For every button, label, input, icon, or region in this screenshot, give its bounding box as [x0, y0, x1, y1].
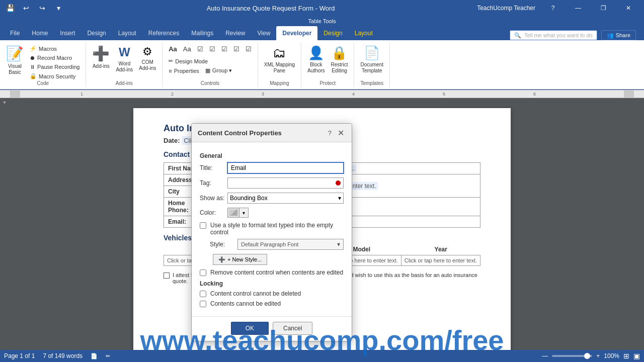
restrict-editing-button[interactable]: 🔒 RestrictEditing — [329, 44, 350, 75]
dialog-help-icon[interactable]: ? — [328, 129, 332, 137]
customize-icon[interactable]: ▾ — [52, 2, 64, 14]
pause-recording-label: Pause Recording — [37, 64, 79, 70]
tab-view[interactable]: View — [252, 26, 277, 40]
tag-row: Tag: — [200, 177, 344, 189]
tag-error-indicator — [336, 180, 341, 186]
style-select[interactable]: Default Paragraph Font ▾ — [237, 239, 344, 250]
ruler-margin-left — [10, 90, 20, 98]
save-icon[interactable]: 💾 — [4, 2, 16, 14]
tab-references[interactable]: References — [142, 26, 185, 40]
properties-icon: ≡ — [169, 68, 172, 74]
attest-checkbox[interactable] — [164, 273, 170, 279]
title-input[interactable] — [227, 162, 344, 173]
show-as-select[interactable]: Bounding Box ▾ — [227, 193, 344, 204]
tab-insert[interactable]: Insert — [54, 26, 81, 40]
tab-layout[interactable]: Layout — [112, 26, 142, 40]
title-row: Title: — [200, 162, 344, 173]
checkbox2-btn[interactable]: ☑ — [207, 44, 217, 54]
addins-group-content: ➕ Add-ins W WordAdd-ins ⚙ COMAdd-ins — [90, 42, 158, 80]
color-label: Color: — [200, 209, 227, 216]
tell-me-box[interactable]: 🔍 Tell me what you want to do — [510, 30, 597, 40]
tab-review[interactable]: Review — [219, 26, 251, 40]
zoom-slider[interactable] — [552, 355, 592, 357]
dialog-title: Content Control Properties — [198, 129, 282, 137]
dialog-body: General Title: Tag: Show as: Bounding Bo… — [192, 142, 352, 316]
restrict-editing-label: RestrictEditing — [331, 62, 348, 74]
block-authors-button[interactable]: 👤 BlockAuthors — [305, 44, 327, 75]
color-dropdown-button[interactable]: ▾ — [239, 208, 249, 218]
tag-input[interactable] — [227, 177, 344, 189]
tab-design[interactable]: Design — [81, 26, 112, 40]
addins-button[interactable]: ➕ Add-ins — [90, 44, 112, 70]
design-mode-label: Design Mode — [175, 58, 208, 64]
locking-section-label: Locking — [200, 280, 344, 287]
ok-button[interactable]: OK — [231, 322, 269, 335]
restore-button[interactable]: ❐ — [592, 0, 615, 16]
date-btn[interactable]: ☑ — [244, 44, 254, 54]
year-cell[interactable]: Click or tap here to enter text. — [401, 255, 480, 266]
combo-btn[interactable]: ☑ — [231, 44, 242, 54]
aa-btn-1[interactable]: Aa — [167, 44, 179, 54]
checkbox3-btn[interactable]: ☑ — [219, 44, 229, 54]
aa-btn-2[interactable]: Aa — [181, 44, 193, 54]
xml-mapping-button[interactable]: 🗂 XML MappingPane — [262, 44, 297, 75]
minimize-button[interactable]: — — [567, 0, 590, 16]
redo-icon[interactable]: ↪ — [36, 2, 48, 14]
macro-security-button[interactable]: 🔒 Macro Security — [28, 72, 82, 80]
cannot-edit-checkbox[interactable] — [200, 301, 206, 307]
view-single-icon[interactable]: ⊞ — [623, 352, 629, 360]
show-as-row: Show as: Bounding Box ▾ — [200, 193, 344, 204]
tab-developer[interactable]: Developer — [276, 26, 317, 40]
mapping-group-content: 🗂 XML MappingPane — [262, 42, 297, 80]
tab-design-context[interactable]: Design — [317, 26, 348, 40]
document-template-label: DocumentTemplate — [360, 62, 383, 74]
cannot-delete-checkbox[interactable] — [200, 291, 206, 297]
com-addins-button[interactable]: ⚙ COMAdd-ins — [137, 44, 158, 72]
code-group-label: Code — [37, 80, 49, 87]
record-macro-button[interactable]: ⏺ Record Macro — [28, 54, 82, 62]
use-style-label: Use a style to format text typed into th… — [210, 222, 344, 236]
document-template-button[interactable]: 📄 DocumentTemplate — [358, 44, 385, 75]
tab-file[interactable]: File — [4, 26, 26, 40]
show-as-chevron: ▾ — [338, 195, 341, 202]
undo-icon[interactable]: ↩ — [20, 2, 32, 14]
new-style-button[interactable]: ➕ + New Style... — [213, 254, 267, 265]
tab-mailings[interactable]: Mailings — [185, 26, 219, 40]
close-button[interactable]: ✕ — [617, 0, 640, 16]
help-button[interactable]: ? — [541, 0, 565, 16]
properties-button[interactable]: ≡ Properties — [167, 67, 201, 75]
pause-recording-button[interactable]: ⏸ Pause Recording — [28, 63, 82, 71]
checkbox-btn[interactable]: ☑ — [195, 44, 205, 54]
window-title: Auto Insurance Quote Request Form - Word — [64, 5, 477, 12]
group-button[interactable]: ▦ Group ▾ — [203, 66, 234, 75]
addins-icon: ➕ — [92, 45, 110, 62]
protect-group-label: Protect — [319, 80, 336, 87]
ribbon-group-templates: 📄 DocumentTemplate Templates — [354, 42, 390, 87]
status-bar: Page 1 of 1 7 of 149 words 📄 ✏ — + 100% … — [0, 350, 644, 362]
dialog-close-button[interactable]: ✕ — [336, 128, 346, 138]
zoom-out-icon[interactable]: — — [542, 352, 548, 359]
design-mode-button[interactable]: ✏ Design Mode — [167, 57, 210, 65]
cancel-button[interactable]: Cancel — [273, 322, 312, 335]
templates-group-content: 📄 DocumentTemplate — [358, 42, 385, 80]
share-button[interactable]: 👥 Share — [601, 30, 636, 40]
cannot-delete-label: Content control cannot be deleted — [210, 290, 301, 297]
general-section-label: General — [200, 152, 344, 159]
zoom-in-icon[interactable]: + — [596, 352, 600, 359]
color-swatch[interactable] — [227, 208, 239, 218]
view-multi-icon[interactable]: ▣ — [633, 352, 640, 360]
ribbon-group-protect: 👤 BlockAuthors 🔒 RestrictEditing Protect — [301, 42, 354, 87]
tab-layout-context[interactable]: Layout — [349, 26, 379, 40]
use-style-checkbox[interactable] — [200, 222, 206, 229]
status-bar-right: — + 100% ⊞ ▣ — [542, 352, 640, 360]
visual-basic-button[interactable]: 📝 VisualBasic — [4, 44, 26, 76]
page-info: Page 1 of 1 — [4, 352, 35, 359]
ribbon-group-controls: Aa Aa ☑ ☑ ☑ ☑ ☑ ✏ Design Mode ≡ — [163, 42, 258, 87]
word-addins-button[interactable]: W WordAdd-ins — [114, 44, 135, 74]
macros-button[interactable]: ⚡ Macros — [28, 44, 82, 53]
content-control-dialog: Content Control Properties ? ✕ General T… — [191, 123, 352, 341]
cannot-delete-row: Content control cannot be deleted — [200, 290, 344, 297]
tab-home[interactable]: Home — [26, 26, 54, 40]
addins-group-label: Add-ins — [116, 80, 133, 87]
remove-control-checkbox[interactable] — [200, 269, 206, 276]
